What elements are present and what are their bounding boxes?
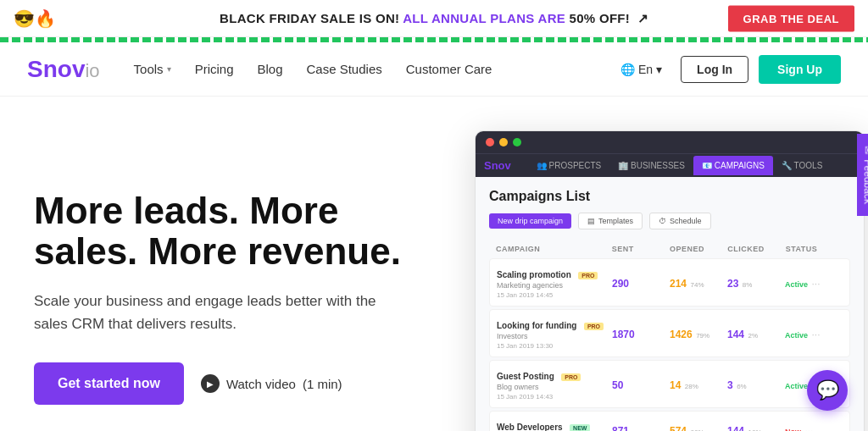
hero-content: More leads. More sales. More revenue. Sc… bbox=[34, 191, 441, 405]
row-tag: NEW bbox=[570, 424, 590, 431]
row-name-cell: Looking for funding PRO Investors 15 Jan… bbox=[497, 317, 612, 350]
col-sent: SENT bbox=[612, 245, 670, 253]
grab-deal-button[interactable]: GRAB THE DEAL bbox=[728, 5, 854, 31]
row-tag: PRO bbox=[584, 323, 604, 330]
titlebar bbox=[476, 131, 864, 153]
new-campaign-button[interactable]: New drip campaign bbox=[489, 213, 571, 229]
login-button[interactable]: Log In bbox=[681, 56, 748, 83]
row-name-cell: Web Developers NEW Preure List bbox=[497, 418, 612, 431]
chevron-down-icon: ▾ bbox=[656, 63, 662, 76]
status-badge: Active bbox=[785, 382, 808, 390]
row-menu[interactable]: ··· bbox=[804, 425, 813, 431]
opened-pct: 79% bbox=[696, 332, 709, 340]
clicked-val: 144 bbox=[727, 329, 744, 340]
opened-val: 14 bbox=[670, 379, 681, 391]
logo-text: Snov bbox=[27, 56, 85, 83]
col-opened: OPENED bbox=[670, 245, 727, 253]
signup-button[interactable]: Sign Up bbox=[759, 55, 841, 84]
col-status: STATUS bbox=[786, 245, 843, 253]
table-row: Guest Posting PRO Blog owners 15 Jan 201… bbox=[489, 360, 850, 408]
row-date: 15 Jan 2019 14:45 bbox=[497, 291, 612, 299]
banner-arrow: ↗ bbox=[633, 11, 648, 25]
row-sub: Investors bbox=[497, 332, 612, 340]
row-name: Web Developers bbox=[497, 423, 563, 431]
globe-icon: 🌐 bbox=[620, 63, 635, 76]
sent-val: 290 bbox=[612, 278, 629, 290]
dashboard-mockup: Snov 👥 PROSPECTS 🏢 BUSINESSES 📧 CAMPAIGN… bbox=[475, 130, 865, 431]
logo[interactable]: Snovio bbox=[27, 56, 100, 83]
table-row: Looking for funding PRO Investors 15 Jan… bbox=[489, 309, 850, 357]
banner-text: BLACK FRIDAY SALE IS ON! ALL ANNUAL PLAN… bbox=[220, 11, 648, 26]
feedback-icon: ✉ bbox=[862, 146, 868, 154]
status-badge: Now bbox=[785, 428, 801, 431]
mockup-body: Campaigns List New drip campaign ▤ Templ… bbox=[476, 177, 864, 431]
status-badge: Active bbox=[785, 280, 808, 289]
row-tag: PRO bbox=[578, 272, 598, 279]
watch-duration: (1 min) bbox=[303, 377, 342, 391]
nav-customer-care[interactable]: Customer Care bbox=[406, 62, 492, 76]
opened-pct: 28% bbox=[685, 383, 698, 390]
clicked-val: 23 bbox=[727, 278, 738, 290]
mockup-tab-tools[interactable]: 🔧 TOOLS bbox=[773, 156, 831, 175]
row-date: 15 Jan 2019 13:30 bbox=[497, 342, 612, 350]
templates-button[interactable]: ▤ Templates bbox=[578, 213, 643, 229]
sent-val: 50 bbox=[612, 379, 623, 391]
opened-pct: 74% bbox=[690, 281, 704, 289]
templates-icon: ▤ bbox=[587, 217, 595, 225]
maximize-dot bbox=[513, 138, 521, 146]
chat-bubble[interactable]: 💬 bbox=[807, 370, 848, 411]
mockup-tab-businesses[interactable]: 🏢 BUSINESSES bbox=[609, 156, 693, 175]
mockup-tab-campaigns[interactable]: 📧 CAMPAIGNS bbox=[693, 156, 773, 175]
row-sub: Marketing agencies bbox=[497, 281, 612, 290]
templates-label: Templates bbox=[598, 217, 633, 225]
table-header: CAMPAIGN SENT OPENED CLICKED STATUS bbox=[489, 240, 850, 258]
minimize-dot bbox=[499, 138, 508, 146]
row-name-cell: Guest Posting PRO Blog owners 15 Jan 201… bbox=[497, 367, 612, 401]
sent-val: 871 bbox=[612, 425, 629, 431]
navbar: Snovio Tools ▾ Pricing Blog Case Studies… bbox=[0, 42, 868, 97]
lang-label: En bbox=[638, 63, 653, 76]
row-menu[interactable]: ··· bbox=[811, 278, 820, 290]
clicked-pct: 6% bbox=[737, 383, 747, 390]
feedback-label: Feedback bbox=[862, 159, 868, 204]
nav-links: Tools ▾ Pricing Blog Case Studies Custom… bbox=[134, 62, 612, 76]
row-menu[interactable]: ··· bbox=[811, 329, 820, 340]
logo-io: io bbox=[85, 60, 99, 82]
row-name-cell: Scaling promotion PRO Marketing agencies… bbox=[497, 266, 612, 299]
row-name: Guest Posting bbox=[497, 372, 554, 381]
mockup-logo: Snov bbox=[484, 154, 520, 177]
nav-case-studies[interactable]: Case Studies bbox=[307, 62, 382, 76]
banner-highlight: ALL ANNUAL PLANS ARE bbox=[403, 11, 569, 25]
banner: 😎🔥 BLACK FRIDAY SALE IS ON! ALL ANNUAL P… bbox=[0, 0, 868, 37]
feedback-tab[interactable]: ✉ Feedback bbox=[857, 134, 868, 216]
language-selector[interactable]: 🌐 En ▾ bbox=[612, 58, 670, 81]
row-name: Looking for funding bbox=[497, 321, 576, 330]
mockup-navbar: Snov 👥 PROSPECTS 🏢 BUSINESSES 📧 CAMPAIGN… bbox=[476, 153, 864, 177]
watch-video-button[interactable]: ▶ Watch video (1 min) bbox=[201, 374, 342, 393]
schedule-button[interactable]: ⏱ Schedule bbox=[649, 213, 711, 229]
opened-val: 1426 bbox=[670, 329, 693, 340]
row-sub: Blog owners bbox=[497, 383, 612, 391]
banner-emoji: 😎🔥 bbox=[14, 8, 56, 29]
play-icon: ▶ bbox=[201, 374, 220, 393]
nav-blog[interactable]: Blog bbox=[257, 62, 282, 76]
row-name: Scaling promotion bbox=[497, 270, 571, 279]
row-tag: PRO bbox=[561, 373, 581, 381]
chat-icon: 💬 bbox=[816, 379, 839, 401]
nav-pricing[interactable]: Pricing bbox=[195, 62, 234, 76]
hero-subtitle: Scale your business and engage leads bet… bbox=[34, 290, 390, 335]
nav-actions: 🌐 En ▾ Log In Sign Up bbox=[612, 55, 841, 84]
opened-val: 214 bbox=[670, 278, 687, 290]
table-row: Scaling promotion PRO Marketing agencies… bbox=[489, 258, 850, 307]
mockup-tab-prospects[interactable]: 👥 PROSPECTS bbox=[528, 156, 609, 175]
schedule-label: Schedule bbox=[670, 217, 702, 225]
nav-tools[interactable]: Tools ▾ bbox=[134, 62, 171, 76]
chevron-down-icon: ▾ bbox=[167, 64, 171, 74]
sent-val: 1870 bbox=[612, 329, 635, 340]
get-started-button[interactable]: Get started now bbox=[34, 362, 184, 405]
clicked-pct: 2% bbox=[748, 332, 758, 340]
banner-off: 50% OFF! bbox=[570, 11, 631, 25]
status-badge: Active bbox=[785, 331, 808, 340]
mockup-toolbar: New drip campaign ▤ Templates ⏱ Schedule bbox=[489, 213, 850, 229]
clicked-val: 144 bbox=[727, 425, 744, 431]
